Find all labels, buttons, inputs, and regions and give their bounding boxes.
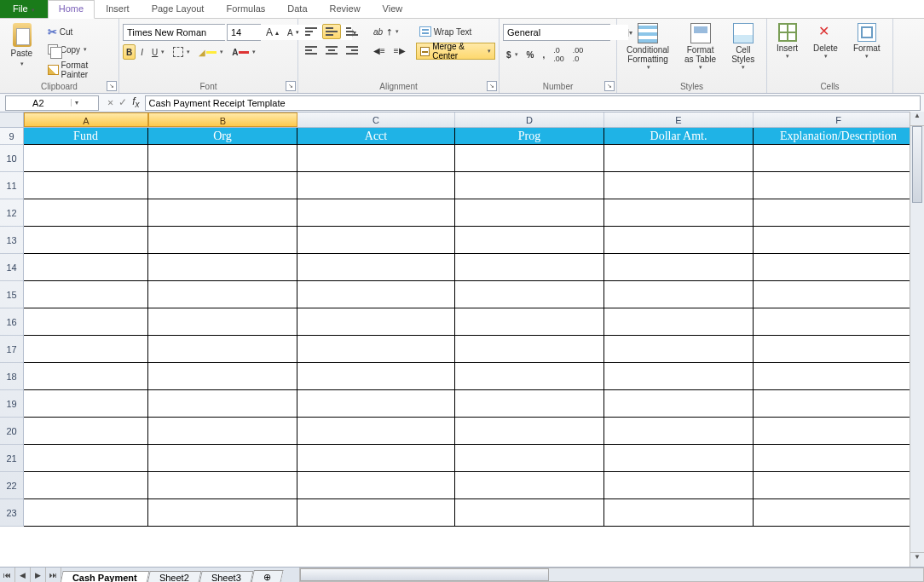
column-header-C[interactable]: C [297,112,455,127]
cell-E18[interactable] [604,363,754,390]
cell-B18[interactable] [148,363,297,390]
cells-area[interactable]: FundOrgAcctProgDollar Amt.Explanation/De… [24,128,924,527]
cell-F9[interactable]: Explanation/Description [754,128,924,145]
cell-E11[interactable] [604,172,754,199]
scroll-up-button[interactable]: ▲ [910,112,924,126]
font-name-combo[interactable]: ▾ [123,24,225,41]
increase-decimal-button[interactable]: .0.00 [550,44,568,65]
cell-E20[interactable] [604,418,754,445]
number-format-combo[interactable]: ▾ [503,24,610,41]
cell-A20[interactable] [24,418,148,445]
vertical-scroll-thumb[interactable] [912,126,922,203]
align-left-button[interactable] [302,43,321,58]
row-header-23[interactable]: 23 [0,499,24,527]
tab-page-layout[interactable]: Page Layout [141,0,216,18]
align-top-button[interactable] [302,24,321,39]
cell-F19[interactable] [754,390,924,418]
row-header-10[interactable]: 10 [0,145,24,172]
row-header-9[interactable]: 9 [0,128,24,145]
cell-D17[interactable] [455,336,604,363]
cell-D20[interactable] [455,418,604,445]
format-painter-button[interactable]: Format Painter [44,59,115,81]
cell-B23[interactable] [148,499,297,527]
bold-button[interactable]: B [123,44,136,60]
align-middle-button[interactable] [322,24,341,39]
cell-B9[interactable]: Org [148,128,297,145]
cell-F20[interactable] [754,418,924,445]
fx-button[interactable]: fx [132,95,139,109]
cell-D16[interactable] [455,308,604,336]
row-header-14[interactable]: 14 [0,254,24,281]
cell-E9[interactable]: Dollar Amt. [604,128,754,145]
cell-B19[interactable] [148,390,297,418]
cell-E14[interactable] [604,254,754,281]
column-header-D[interactable]: D [455,112,604,127]
tab-home[interactable]: Home [48,0,95,19]
column-header-E[interactable]: E [604,112,754,127]
row-header-22[interactable]: 22 [0,472,24,499]
cell-F11[interactable] [754,172,924,199]
decrease-indent-button[interactable]: ◀≡ [370,43,389,58]
paste-button[interactable]: Paste ▾ [3,20,41,70]
formula-input-wrap[interactable] [145,95,921,111]
cell-A12[interactable] [24,199,148,227]
alignment-launcher[interactable]: ↘ [487,81,497,91]
sheet-nav-last[interactable]: ⏭ [46,568,61,582]
cell-F15[interactable] [754,281,924,308]
tab-formulas[interactable]: Formulas [215,0,276,18]
font-size-combo[interactable]: ▾ [227,24,261,41]
cell-C15[interactable] [297,281,455,308]
orientation-button[interactable]: ab↗▾ [370,24,402,39]
cell-E16[interactable] [604,308,754,336]
cell-A15[interactable] [24,281,148,308]
format-cells-button[interactable]: Format▾ [847,20,886,62]
cell-F14[interactable] [754,254,924,281]
insert-cells-button[interactable]: Insert▾ [771,20,804,62]
enter-formula-button[interactable]: ✓ [118,96,127,108]
name-box[interactable]: ▾ [5,95,99,111]
cell-D22[interactable] [455,472,604,499]
sheet-tab-sheet3[interactable]: Sheet3 [199,571,253,582]
cut-button[interactable]: ✂Cut [44,24,115,40]
cell-C9[interactable]: Acct [297,128,455,145]
italic-button[interactable]: I [137,44,147,60]
cell-F17[interactable] [754,336,924,363]
cell-B10[interactable] [148,145,297,172]
tab-data[interactable]: Data [276,0,318,18]
sheet-nav-prev[interactable]: ◀ [15,568,31,582]
format-as-table-button[interactable]: Formatas Table▾ [679,20,722,73]
cell-E17[interactable] [604,336,754,363]
cell-D18[interactable] [455,363,604,390]
row-header-17[interactable]: 17 [0,336,24,363]
cell-A10[interactable] [24,145,148,172]
cell-E15[interactable] [604,281,754,308]
sheet-nav-first[interactable]: ⏮ [0,568,15,582]
tab-file[interactable]: File ▾ [0,0,48,18]
cell-A13[interactable] [24,227,148,254]
cancel-formula-button[interactable]: ✕ [107,96,113,108]
decrease-decimal-button[interactable]: .00.0 [569,44,587,65]
increase-indent-button[interactable]: ≡▶ [390,43,409,58]
tab-insert[interactable]: Insert [95,0,141,18]
align-center-button[interactable] [322,43,341,58]
percent-button[interactable]: % [523,47,538,62]
cell-F22[interactable] [754,472,924,499]
tab-view[interactable]: View [372,0,414,18]
name-box-dropdown[interactable]: ▾ [71,99,83,107]
cell-D10[interactable] [455,145,604,172]
sheet-nav-next[interactable]: ▶ [31,568,46,582]
cell-C23[interactable] [297,499,455,527]
cell-C22[interactable] [297,472,455,499]
cell-E13[interactable] [604,227,754,254]
clipboard-launcher[interactable]: ↘ [107,81,117,91]
cell-A14[interactable] [24,254,148,281]
column-header-B[interactable]: B [148,112,297,127]
horizontal-scroll-thumb[interactable] [300,568,550,581]
cell-C18[interactable] [297,363,455,390]
cell-D14[interactable] [455,254,604,281]
cell-D21[interactable] [455,445,604,472]
cell-B20[interactable] [148,418,297,445]
cell-E12[interactable] [604,199,754,227]
fill-color-button[interactable]: ◢▾ [195,44,227,60]
cell-B16[interactable] [148,308,297,336]
